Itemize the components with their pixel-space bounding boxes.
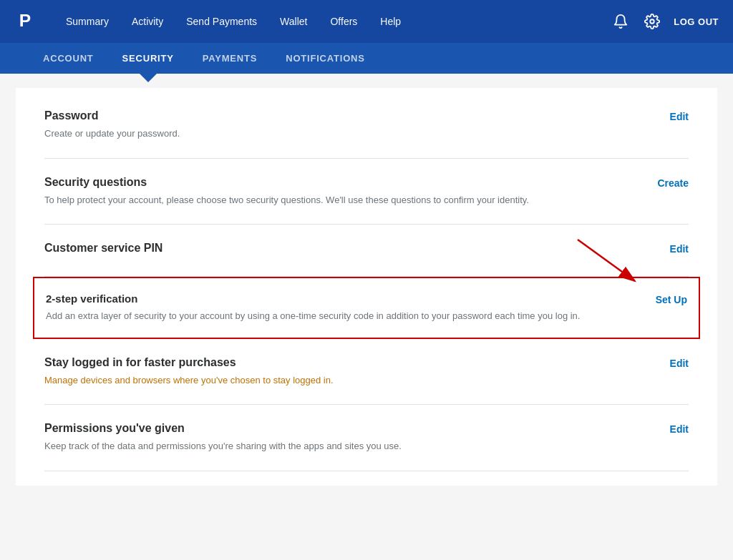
nav-right-section: LOG OUT <box>611 11 719 31</box>
paypal-logo: P <box>14 7 54 36</box>
two-step-verification-section: 2-step verification Add an extra layer o… <box>33 277 700 339</box>
svg-point-2 <box>651 19 655 24</box>
customer-pin-content: Customer service PIN <box>44 242 631 259</box>
nav-offers[interactable]: Offers <box>319 0 369 43</box>
subnav-payments[interactable]: PAYMENTS <box>188 43 271 74</box>
stay-logged-in-content: Stay logged in for faster purchases Mana… <box>44 356 631 388</box>
two-step-desc: Add an extra layer of security to your a… <box>46 309 633 323</box>
two-step-content: 2-step verification Add an extra layer o… <box>46 293 633 323</box>
security-questions-create-link[interactable]: Create <box>657 176 689 189</box>
nav-help[interactable]: Help <box>369 0 412 43</box>
permissions-edit-link[interactable]: Edit <box>670 422 689 435</box>
password-title: Password <box>44 109 631 122</box>
nav-links: Summary Activity Send Payments Wallet Of… <box>54 0 611 43</box>
stay-logged-in-title: Stay logged in for faster purchases <box>44 356 631 369</box>
password-content: Password Create or update your password. <box>44 109 631 141</box>
stay-logged-in-section: Stay logged in for faster purchases Mana… <box>44 339 689 406</box>
main-content: Password Create or update your password.… <box>16 88 717 486</box>
sub-navigation: ACCOUNT SECURITY PAYMENTS NOTIFICATIONS <box>0 43 733 74</box>
subnav-security[interactable]: SECURITY <box>108 43 188 74</box>
security-questions-content: Security questions To help protect your … <box>44 176 631 207</box>
permissions-desc: Keep track of the data and permissions y… <box>44 439 631 453</box>
customer-pin-section: Customer service PIN Edit <box>44 225 689 277</box>
security-questions-section: Security questions To help protect your … <box>44 159 689 225</box>
logout-button[interactable]: LOG OUT <box>674 16 719 27</box>
security-questions-desc: To help protect your account, please cho… <box>44 193 631 207</box>
security-questions-title: Security questions <box>44 176 631 189</box>
subnav-notifications[interactable]: NOTIFICATIONS <box>271 43 379 74</box>
settings-icon[interactable] <box>642 11 662 31</box>
nav-send-payments[interactable]: Send Payments <box>175 0 268 43</box>
two-step-title: 2-step verification <box>46 293 633 305</box>
password-section: Password Create or update your password.… <box>44 102 689 159</box>
password-desc: Create or update your password. <box>44 127 631 141</box>
two-step-setup-link[interactable]: Set Up <box>656 293 687 305</box>
two-step-wrapper: 2-step verification Add an extra layer o… <box>44 277 689 339</box>
stay-logged-in-desc: Manage devices and browsers where you've… <box>44 373 631 388</box>
customer-pin-title: Customer service PIN <box>44 242 631 255</box>
nav-activity[interactable]: Activity <box>120 0 175 43</box>
password-edit-link[interactable]: Edit <box>670 109 689 122</box>
stay-logged-in-edit-link[interactable]: Edit <box>670 356 689 369</box>
bell-icon[interactable] <box>611 11 631 31</box>
nav-summary[interactable]: Summary <box>54 0 120 43</box>
top-navigation: P Summary Activity Send Payments Wallet … <box>0 0 733 43</box>
permissions-section: Permissions you've given Keep track of t… <box>44 405 689 471</box>
customer-pin-edit-link[interactable]: Edit <box>670 242 689 255</box>
permissions-title: Permissions you've given <box>44 422 631 435</box>
subnav-account[interactable]: ACCOUNT <box>29 43 108 74</box>
svg-text:P: P <box>19 11 31 30</box>
permissions-content: Permissions you've given Keep track of t… <box>44 422 631 453</box>
nav-wallet[interactable]: Wallet <box>268 0 319 43</box>
